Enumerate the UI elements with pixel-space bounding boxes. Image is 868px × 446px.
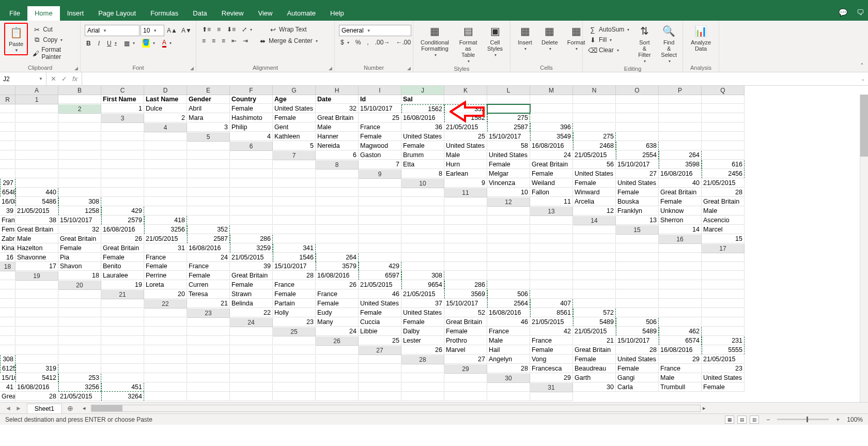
analyze-data-button[interactable]: 📊Analyze Data [687,23,715,53]
cell[interactable] [230,225,273,234]
cell[interactable] [0,346,16,355]
row-header[interactable]: 26 [316,336,359,346]
cell[interactable] [0,271,16,280]
cell[interactable] [444,216,487,225]
row-header[interactable]: 25 [273,327,316,336]
cell[interactable] [0,123,16,132]
font-name-combo[interactable]: Arial▼ [85,25,140,36]
fill-color-button[interactable]: 🪣▾ [141,38,157,48]
cell[interactable] [101,336,144,345]
sheet-tab[interactable]: Sheet1 [27,404,62,413]
cell[interactable]: Holly [273,309,316,317]
cell[interactable] [187,216,230,225]
column-header[interactable]: G [273,86,316,95]
cell[interactable]: France [0,216,16,225]
cell[interactable] [702,309,745,317]
cell[interactable] [444,225,487,234]
cell[interactable] [316,188,359,197]
cell[interactable]: Female [359,309,401,317]
row-header[interactable]: 14 [573,216,616,225]
cell[interactable]: Loreta [144,281,187,289]
cell[interactable] [487,271,530,280]
cell[interactable] [316,355,359,364]
cell[interactable] [230,336,273,345]
cell[interactable] [573,104,616,113]
cell[interactable]: 56 [573,160,616,169]
tab-view[interactable]: View [251,6,280,21]
cell[interactable] [659,253,702,262]
cell[interactable] [316,207,359,216]
cell[interactable]: Libbie [359,327,401,336]
cell[interactable]: 462 [659,327,702,336]
column-header[interactable]: B [58,86,101,95]
enter-formula-icon[interactable]: ✓ [61,75,67,83]
column-header[interactable]: E [187,86,230,95]
cell[interactable] [144,392,187,401]
cell[interactable]: Hashimoto [230,114,273,122]
cell[interactable] [101,123,144,132]
cell[interactable] [573,290,616,299]
cell[interactable] [444,392,487,401]
cell[interactable]: 36 [401,123,444,132]
hscroll-left-icon[interactable]: ◄ [81,406,88,411]
cell[interactable]: 275 [487,114,530,122]
cell[interactable]: 1258 [58,207,101,216]
cell[interactable] [230,151,273,160]
cell[interactable] [616,123,659,132]
cell[interactable]: 286 [444,281,487,289]
cell[interactable] [616,262,659,271]
cell[interactable]: 15/10/2017 [444,299,487,308]
cell[interactable] [187,346,230,355]
cell[interactable]: 440 [16,188,58,197]
cell[interactable]: 9654 [401,281,444,289]
cell[interactable] [273,179,316,188]
cell[interactable]: Female [616,188,659,197]
cell[interactable]: 16/08/2016 [530,142,573,150]
cell[interactable]: Shavonne [16,253,58,262]
cell[interactable]: 638 [616,142,659,150]
cell[interactable]: Arcelia [573,197,616,206]
cell[interactable]: 308 [401,271,444,280]
cell[interactable]: Melgar [487,170,530,178]
cell[interactable]: Great Britain [101,244,144,253]
cell[interactable] [573,123,616,132]
cell[interactable] [230,392,273,401]
cell[interactable]: United States [702,374,745,382]
cell[interactable] [187,179,230,188]
cell[interactable] [444,262,487,271]
cell[interactable]: 38 [16,216,58,225]
column-header[interactable]: F [230,86,273,95]
cell[interactable] [0,318,16,327]
cell[interactable] [16,336,58,345]
cell[interactable] [230,188,273,197]
column-header[interactable]: L [487,86,530,95]
hscroll-right-icon[interactable]: ► [701,406,708,411]
header-cell[interactable]: Id [359,95,401,104]
cell[interactable] [659,318,702,327]
increase-decimal-icon[interactable]: .00→ [374,38,392,47]
cell[interactable] [273,374,316,382]
cell[interactable]: 2587 [187,235,230,243]
cell[interactable] [573,114,616,122]
cell[interactable] [230,160,273,169]
cell[interactable]: Hazelton [16,244,58,253]
cell[interactable]: 27 [616,170,659,178]
cell[interactable]: Philip [230,123,273,132]
indent-decrease-icon[interactable]: ⇤ [230,37,238,45]
cell[interactable] [616,309,659,317]
cell[interactable] [187,197,230,206]
cell[interactable]: Dulce [144,104,187,113]
cut-button[interactable]: ✂Cut [31,25,76,34]
cell[interactable]: Great Britain [16,225,58,234]
cell[interactable] [702,142,745,150]
cell[interactable]: Strawn [230,290,273,299]
share-icon[interactable]: 🗨 [857,8,864,17]
cell[interactable]: United States [573,170,616,178]
cell[interactable]: 308 [58,197,101,206]
cell[interactable]: 308 [0,355,16,364]
header-cell[interactable]: Sal [401,95,444,104]
cell[interactable]: Female [273,290,316,299]
cell[interactable] [187,160,230,169]
cell[interactable]: United States [273,104,316,113]
cell[interactable]: Female [702,383,745,392]
